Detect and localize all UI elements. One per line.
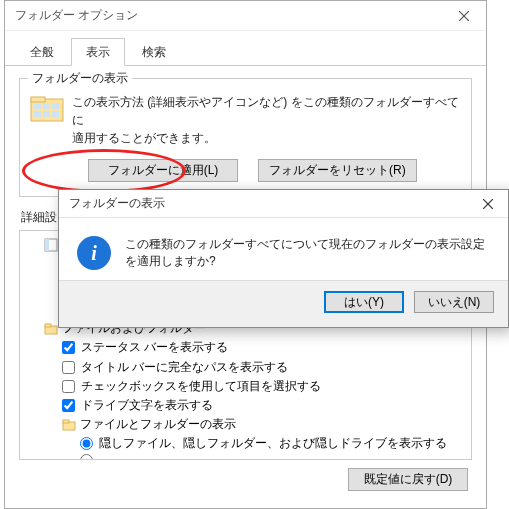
- no-button[interactable]: いいえ(N): [414, 291, 494, 313]
- radio[interactable]: [80, 437, 93, 450]
- apply-to-folders-button[interactable]: フォルダーに適用(L): [88, 159, 238, 182]
- restore-defaults-button[interactable]: 既定値に戻す(D): [348, 468, 468, 491]
- info-icon: i: [77, 236, 111, 270]
- group-label: フォルダーの表示: [28, 70, 132, 87]
- folder-display-group: フォルダーの表示 この表示方法 (詳細表示やアイコンなど) をこの種類のフォルダ…: [19, 78, 472, 197]
- dialog-message: この種類のフォルダーすべてについて現在のフォルダーの表示設定を適用しますか?: [125, 236, 490, 270]
- folder-icon: [44, 322, 58, 336]
- dialog-title: フォルダーの表示: [69, 195, 165, 212]
- tree-status-bar[interactable]: ステータス バーを表示する: [26, 338, 465, 357]
- tab-search[interactable]: 検索: [127, 38, 181, 66]
- dialog-close-button[interactable]: [468, 190, 508, 218]
- close-button[interactable]: [441, 1, 486, 31]
- checkbox[interactable]: [62, 399, 75, 412]
- svg-rect-7: [34, 111, 41, 117]
- window-title: フォルダー オプション: [15, 7, 138, 24]
- svg-rect-9: [52, 111, 59, 117]
- close-icon: [483, 199, 493, 209]
- tab-bar: 全般 表示 検索: [5, 31, 486, 66]
- nav-pane-icon: [44, 238, 58, 252]
- dialog-button-row: はい(Y) いいえ(N): [59, 280, 508, 327]
- display-description: この表示方法 (詳細表示やアイコンなど) をこの種類のフォルダーすべてに 適用す…: [72, 93, 461, 147]
- tree-hidden-group[interactable]: ファイルとフォルダーの表示: [26, 415, 465, 434]
- tree-use-checkboxes[interactable]: チェックボックスを使用して項目を選択する: [26, 377, 465, 396]
- yes-button[interactable]: はい(Y): [324, 291, 404, 313]
- tab-view[interactable]: 表示: [71, 38, 125, 66]
- tree-drive-letters[interactable]: ドライブ文字を表示する: [26, 396, 465, 415]
- checkbox[interactable]: [62, 361, 75, 374]
- svg-rect-15: [63, 420, 69, 423]
- tree-show-hidden[interactable]: 隠しファイル、隠しフォルダー、および隠しドライブを表示する: [26, 434, 465, 453]
- svg-rect-4: [34, 103, 41, 109]
- tab-general[interactable]: 全般: [15, 38, 69, 66]
- svg-rect-3: [31, 97, 45, 102]
- svg-rect-13: [45, 324, 51, 327]
- close-icon: [459, 11, 469, 21]
- titlebar: フォルダー オプション: [5, 1, 486, 31]
- dialog-titlebar: フォルダーの表示: [59, 190, 508, 218]
- panel-footer: 既定値に戻す(D): [19, 460, 472, 499]
- svg-rect-6: [52, 103, 59, 109]
- tree-title-path[interactable]: タイトル バーに完全なパスを表示する: [26, 358, 465, 377]
- svg-rect-5: [43, 103, 50, 109]
- dialog-body: i この種類のフォルダーすべてについて現在のフォルダーの表示設定を適用しますか?: [59, 218, 508, 280]
- svg-rect-8: [43, 111, 50, 117]
- svg-rect-11: [45, 239, 49, 251]
- reset-folders-button[interactable]: フォルダーをリセット(R): [258, 159, 417, 182]
- folder-thumbnail-icon: [30, 93, 64, 123]
- checkbox[interactable]: [62, 380, 75, 393]
- folder-icon: [62, 418, 76, 432]
- confirm-dialog: フォルダーの表示 i この種類のフォルダーすべてについて現在のフォルダーの表示設…: [58, 189, 509, 328]
- checkbox[interactable]: [62, 341, 75, 354]
